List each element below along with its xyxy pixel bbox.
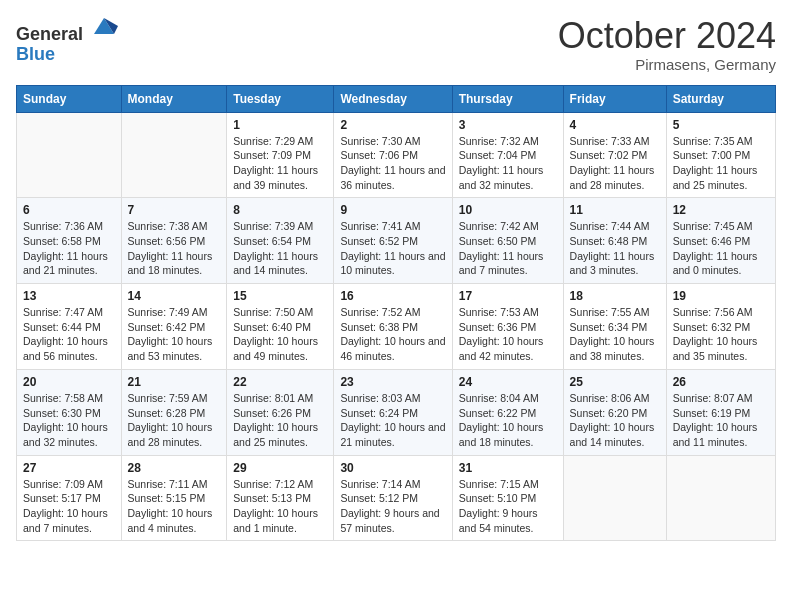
calendar-cell: 12Sunrise: 7:45 AMSunset: 6:46 PMDayligh…	[666, 198, 775, 284]
calendar-cell: 9Sunrise: 7:41 AMSunset: 6:52 PMDaylight…	[334, 198, 452, 284]
calendar-cell: 7Sunrise: 7:38 AMSunset: 6:56 PMDaylight…	[121, 198, 227, 284]
day-info: Sunrise: 7:53 AMSunset: 6:36 PMDaylight:…	[459, 305, 557, 364]
day-info: Sunrise: 7:45 AMSunset: 6:46 PMDaylight:…	[673, 219, 769, 278]
calendar-location: Pirmasens, Germany	[558, 56, 776, 73]
calendar-cell: 2Sunrise: 7:30 AMSunset: 7:06 PMDaylight…	[334, 112, 452, 198]
day-info: Sunrise: 7:35 AMSunset: 7:00 PMDaylight:…	[673, 134, 769, 193]
day-info: Sunrise: 8:03 AMSunset: 6:24 PMDaylight:…	[340, 391, 445, 450]
day-info: Sunrise: 7:41 AMSunset: 6:52 PMDaylight:…	[340, 219, 445, 278]
day-info: Sunrise: 7:59 AMSunset: 6:28 PMDaylight:…	[128, 391, 221, 450]
calendar-cell: 29Sunrise: 7:12 AMSunset: 5:13 PMDayligh…	[227, 455, 334, 541]
calendar-cell: 16Sunrise: 7:52 AMSunset: 6:38 PMDayligh…	[334, 284, 452, 370]
day-info: Sunrise: 7:44 AMSunset: 6:48 PMDaylight:…	[570, 219, 660, 278]
calendar-cell: 24Sunrise: 8:04 AMSunset: 6:22 PMDayligh…	[452, 369, 563, 455]
day-number: 27	[23, 461, 115, 475]
day-info: Sunrise: 7:09 AMSunset: 5:17 PMDaylight:…	[23, 477, 115, 536]
calendar-cell: 10Sunrise: 7:42 AMSunset: 6:50 PMDayligh…	[452, 198, 563, 284]
calendar-cell: 4Sunrise: 7:33 AMSunset: 7:02 PMDaylight…	[563, 112, 666, 198]
calendar-cell: 22Sunrise: 8:01 AMSunset: 6:26 PMDayligh…	[227, 369, 334, 455]
day-info: Sunrise: 7:14 AMSunset: 5:12 PMDaylight:…	[340, 477, 445, 536]
day-number: 4	[570, 118, 660, 132]
logo-general: General	[16, 24, 83, 44]
calendar-cell: 26Sunrise: 8:07 AMSunset: 6:19 PMDayligh…	[666, 369, 775, 455]
day-number: 3	[459, 118, 557, 132]
day-info: Sunrise: 7:39 AMSunset: 6:54 PMDaylight:…	[233, 219, 327, 278]
day-number: 18	[570, 289, 660, 303]
title-block: October 2024 Pirmasens, Germany	[558, 16, 776, 73]
day-number: 6	[23, 203, 115, 217]
calendar-cell: 1Sunrise: 7:29 AMSunset: 7:09 PMDaylight…	[227, 112, 334, 198]
header-saturday: Saturday	[666, 85, 775, 112]
day-number: 30	[340, 461, 445, 475]
day-info: Sunrise: 7:30 AMSunset: 7:06 PMDaylight:…	[340, 134, 445, 193]
calendar-cell: 15Sunrise: 7:50 AMSunset: 6:40 PMDayligh…	[227, 284, 334, 370]
day-number: 10	[459, 203, 557, 217]
logo-blue: Blue	[16, 44, 55, 64]
calendar-cell	[17, 112, 122, 198]
calendar-header-row: SundayMondayTuesdayWednesdayThursdayFrid…	[17, 85, 776, 112]
day-info: Sunrise: 7:56 AMSunset: 6:32 PMDaylight:…	[673, 305, 769, 364]
day-number: 20	[23, 375, 115, 389]
day-number: 17	[459, 289, 557, 303]
day-number: 11	[570, 203, 660, 217]
day-number: 24	[459, 375, 557, 389]
day-number: 2	[340, 118, 445, 132]
calendar-cell: 30Sunrise: 7:14 AMSunset: 5:12 PMDayligh…	[334, 455, 452, 541]
calendar-cell	[666, 455, 775, 541]
day-info: Sunrise: 7:55 AMSunset: 6:34 PMDaylight:…	[570, 305, 660, 364]
day-info: Sunrise: 8:07 AMSunset: 6:19 PMDaylight:…	[673, 391, 769, 450]
day-number: 19	[673, 289, 769, 303]
day-info: Sunrise: 7:42 AMSunset: 6:50 PMDaylight:…	[459, 219, 557, 278]
calendar-cell: 6Sunrise: 7:36 AMSunset: 6:58 PMDaylight…	[17, 198, 122, 284]
day-info: Sunrise: 7:32 AMSunset: 7:04 PMDaylight:…	[459, 134, 557, 193]
day-number: 14	[128, 289, 221, 303]
calendar-week-2: 6Sunrise: 7:36 AMSunset: 6:58 PMDaylight…	[17, 198, 776, 284]
day-number: 9	[340, 203, 445, 217]
day-number: 16	[340, 289, 445, 303]
day-info: Sunrise: 7:12 AMSunset: 5:13 PMDaylight:…	[233, 477, 327, 536]
header-tuesday: Tuesday	[227, 85, 334, 112]
day-info: Sunrise: 7:58 AMSunset: 6:30 PMDaylight:…	[23, 391, 115, 450]
calendar-cell	[121, 112, 227, 198]
header-monday: Monday	[121, 85, 227, 112]
calendar-cell: 8Sunrise: 7:39 AMSunset: 6:54 PMDaylight…	[227, 198, 334, 284]
day-number: 7	[128, 203, 221, 217]
day-info: Sunrise: 7:49 AMSunset: 6:42 PMDaylight:…	[128, 305, 221, 364]
logo-icon	[90, 12, 118, 40]
day-number: 13	[23, 289, 115, 303]
day-info: Sunrise: 7:50 AMSunset: 6:40 PMDaylight:…	[233, 305, 327, 364]
day-info: Sunrise: 7:11 AMSunset: 5:15 PMDaylight:…	[128, 477, 221, 536]
calendar-cell: 3Sunrise: 7:32 AMSunset: 7:04 PMDaylight…	[452, 112, 563, 198]
calendar-cell: 25Sunrise: 8:06 AMSunset: 6:20 PMDayligh…	[563, 369, 666, 455]
header-friday: Friday	[563, 85, 666, 112]
day-info: Sunrise: 7:33 AMSunset: 7:02 PMDaylight:…	[570, 134, 660, 193]
day-info: Sunrise: 8:04 AMSunset: 6:22 PMDaylight:…	[459, 391, 557, 450]
header-sunday: Sunday	[17, 85, 122, 112]
day-info: Sunrise: 8:01 AMSunset: 6:26 PMDaylight:…	[233, 391, 327, 450]
calendar-cell: 21Sunrise: 7:59 AMSunset: 6:28 PMDayligh…	[121, 369, 227, 455]
day-number: 31	[459, 461, 557, 475]
calendar-cell: 27Sunrise: 7:09 AMSunset: 5:17 PMDayligh…	[17, 455, 122, 541]
day-number: 8	[233, 203, 327, 217]
header-wednesday: Wednesday	[334, 85, 452, 112]
day-info: Sunrise: 7:38 AMSunset: 6:56 PMDaylight:…	[128, 219, 221, 278]
day-number: 5	[673, 118, 769, 132]
day-info: Sunrise: 7:47 AMSunset: 6:44 PMDaylight:…	[23, 305, 115, 364]
calendar-cell: 14Sunrise: 7:49 AMSunset: 6:42 PMDayligh…	[121, 284, 227, 370]
day-number: 22	[233, 375, 327, 389]
day-number: 25	[570, 375, 660, 389]
calendar-cell	[563, 455, 666, 541]
calendar-table: SundayMondayTuesdayWednesdayThursdayFrid…	[16, 85, 776, 542]
day-info: Sunrise: 7:29 AMSunset: 7:09 PMDaylight:…	[233, 134, 327, 193]
calendar-week-4: 20Sunrise: 7:58 AMSunset: 6:30 PMDayligh…	[17, 369, 776, 455]
calendar-week-1: 1Sunrise: 7:29 AMSunset: 7:09 PMDaylight…	[17, 112, 776, 198]
day-number: 12	[673, 203, 769, 217]
calendar-cell: 5Sunrise: 7:35 AMSunset: 7:00 PMDaylight…	[666, 112, 775, 198]
header-thursday: Thursday	[452, 85, 563, 112]
logo: General Blue	[16, 16, 118, 65]
calendar-week-5: 27Sunrise: 7:09 AMSunset: 5:17 PMDayligh…	[17, 455, 776, 541]
calendar-cell: 17Sunrise: 7:53 AMSunset: 6:36 PMDayligh…	[452, 284, 563, 370]
day-info: Sunrise: 7:36 AMSunset: 6:58 PMDaylight:…	[23, 219, 115, 278]
calendar-cell: 20Sunrise: 7:58 AMSunset: 6:30 PMDayligh…	[17, 369, 122, 455]
day-number: 21	[128, 375, 221, 389]
